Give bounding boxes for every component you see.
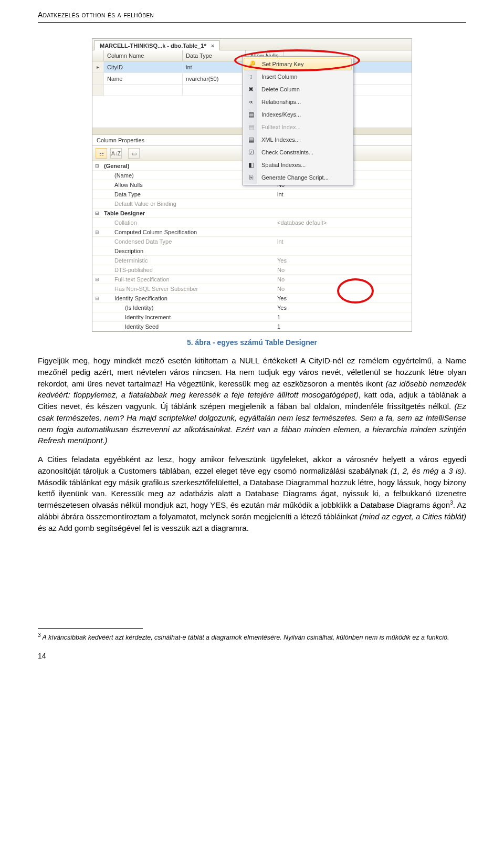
property-row: Has Non-SQL Server SubscriberNo [92, 284, 412, 294]
menu-item-fulltext-index: ▤ Fulltext Index... [244, 121, 352, 133]
property-row[interactable]: (Is Identity)Yes [92, 303, 412, 312]
menu-item-spatial-indexes[interactable]: ◧ Spatial Indexes... [244, 159, 352, 171]
cell-data-type[interactable] [183, 85, 246, 96]
cell-data-type[interactable]: int [183, 61, 246, 72]
property-name: Data Type [102, 190, 275, 198]
property-name: (Is Identity) [102, 304, 275, 312]
menu-item-label: Indexes/Keys... [261, 111, 301, 118]
property-row[interactable]: ⊞Computed Column Specification [92, 227, 412, 237]
property-row[interactable]: Identity Seed1 [92, 322, 412, 331]
property-pages-button[interactable]: ▭ [128, 148, 140, 159]
menu-item-label: Set Primary Key [262, 61, 303, 67]
property-row: ⊞Full-text SpecificationNo [92, 275, 412, 284]
footnote-text: A kíváncsibbak kedvéért azt kérdezte, cs… [41, 634, 449, 641]
menu-item-indexes-keys[interactable]: ▤ Indexes/Keys... [244, 108, 352, 121]
property-row[interactable]: Identity Increment1 [92, 312, 412, 322]
delete-column-icon: ✖ [247, 85, 255, 93]
cell-data-type[interactable]: nvarchar(50) [183, 73, 246, 84]
property-value[interactable]: Yes [275, 294, 412, 302]
close-icon[interactable]: × [211, 43, 214, 49]
property-value: <database default> [275, 218, 412, 227]
check-constraints-icon: ☑ [247, 148, 255, 156]
key-icon: 🔑 [247, 60, 256, 68]
menu-item-label: XML Indexes... [261, 137, 300, 143]
menu-item-delete-column[interactable]: ✖ Delete Column [244, 83, 352, 96]
row-selector-icon[interactable] [92, 73, 104, 84]
expand-icon[interactable]: ⊞ [92, 229, 102, 235]
property-value: Yes [275, 256, 412, 265]
spatial-indexes-icon: ◧ [247, 161, 255, 169]
expand-icon[interactable]: ⊞ [92, 277, 102, 282]
row-selector-icon[interactable] [92, 85, 104, 96]
expand-icon[interactable]: ⊟ [92, 163, 102, 169]
property-row[interactable]: Data Typeint [92, 190, 412, 199]
footnote: 3 A kíváncsibbak kedvéért azt kérdezte, … [38, 632, 466, 642]
document-tab-strip: MARCELL-THINK\SQ...k - dbo.Table_1* × [92, 39, 412, 50]
figure-caption: 5. ábra - egyes számú Table Designer [38, 338, 466, 347]
body-text: Figyeljük meg, hogy mindkét mező esetén … [38, 355, 466, 534]
xml-indexes-icon: ▤ [247, 135, 255, 144]
menu-item-insert-column[interactable]: ↕ Insert Column [244, 70, 352, 83]
menu-item-label: Relationships... [261, 99, 301, 105]
row-selector-icon[interactable]: ▸ [92, 61, 104, 72]
property-value[interactable]: 1 [275, 313, 412, 321]
header-column-name: Column Name [104, 50, 183, 61]
menu-item-relationships[interactable]: ∝ Relationships... [244, 96, 352, 108]
script-icon: ⎘ [247, 173, 255, 182]
property-row[interactable]: Description [92, 246, 412, 256]
property-name: Table Designer [102, 209, 275, 217]
expand-icon[interactable]: ⊟ [92, 211, 102, 216]
property-name: Condensed Data Type [102, 237, 275, 246]
property-value: No [275, 285, 412, 293]
property-name: Collation [102, 218, 275, 227]
menu-item-xml-indexes[interactable]: ▤ XML Indexes... [244, 133, 352, 146]
menu-item-label: Delete Column [261, 86, 300, 92]
menu-item-generate-change-script[interactable]: ⎘ Generate Change Script... [244, 171, 352, 184]
property-row[interactable]: ⊟Identity SpecificationYes [92, 294, 412, 303]
property-name: Description [102, 247, 275, 255]
footnote-separator [38, 628, 143, 629]
cell-column-name[interactable]: CityID [104, 61, 183, 72]
property-name: Identity Seed [102, 322, 275, 331]
italic-run: (mind az egyet, a Cities táblát) [360, 512, 466, 521]
menu-item-check-constraints[interactable]: ☑ Check Constraints... [244, 146, 352, 159]
property-value[interactable]: int [275, 190, 412, 198]
menu-item-label: Fulltext Index... [261, 124, 301, 130]
property-row: Collation<database default> [92, 218, 412, 227]
property-row: DeterministicYes [92, 256, 412, 265]
italic-run: (1, 2, és még a 3 is) [391, 466, 464, 475]
menu-item-label: Spatial Indexes... [261, 162, 306, 168]
cell-column-name[interactable]: Name [104, 73, 183, 84]
page-number: 14 [38, 652, 466, 660]
insert-column-icon: ↕ [247, 72, 255, 81]
page-root: Adatkezelés otthon és a felhőben MARCELL… [0, 0, 504, 681]
property-row[interactable]: ⊟Table Designer [92, 208, 412, 218]
alphabetical-button[interactable]: A↓Z [110, 148, 122, 159]
property-value: int [275, 237, 412, 246]
page-header: Adatkezelés otthon és a felhőben [38, 11, 466, 23]
property-value[interactable]: Yes [275, 304, 412, 312]
relationships-icon: ∝ [247, 98, 255, 106]
property-name: Identity Increment [102, 313, 275, 321]
menu-item-set-primary-key[interactable]: 🔑 Set Primary Key [244, 58, 352, 70]
categorize-button[interactable]: ☷ [96, 148, 107, 159]
text-run: és az Add gomb segítségével fel is vessz… [38, 524, 249, 532]
property-value[interactable] [275, 231, 412, 233]
paragraph: A Cities feladata egyébként az lesz, hog… [38, 454, 466, 534]
screenshot-wrap: MARCELL-THINK\SQ...k - dbo.Table_1* × Co… [38, 38, 466, 332]
property-value: No [275, 266, 412, 274]
expand-icon[interactable]: ⊟ [92, 296, 102, 301]
property-name: DTS-published [102, 266, 275, 274]
property-name: Has Non-SQL Server Subscriber [102, 285, 275, 293]
property-name: Identity Specification [102, 294, 275, 302]
context-menu: 🔑 Set Primary Key ↕ Insert Column ✖ Dele… [242, 56, 353, 185]
cell-column-name[interactable] [104, 85, 183, 96]
property-value[interactable] [275, 212, 412, 214]
sql-designer-screenshot: MARCELL-THINK\SQ...k - dbo.Table_1* × Co… [92, 38, 412, 332]
property-value[interactable]: 1 [275, 322, 412, 331]
properties-grid: ⊟(General)(Name)CityIDAllow NullsNoData … [92, 161, 412, 331]
property-value[interactable] [275, 250, 412, 252]
header-data-type: Data Type [183, 50, 246, 61]
document-tab[interactable]: MARCELL-THINK\SQ...k - dbo.Table_1* × [94, 40, 220, 50]
property-value: No [275, 275, 412, 284]
